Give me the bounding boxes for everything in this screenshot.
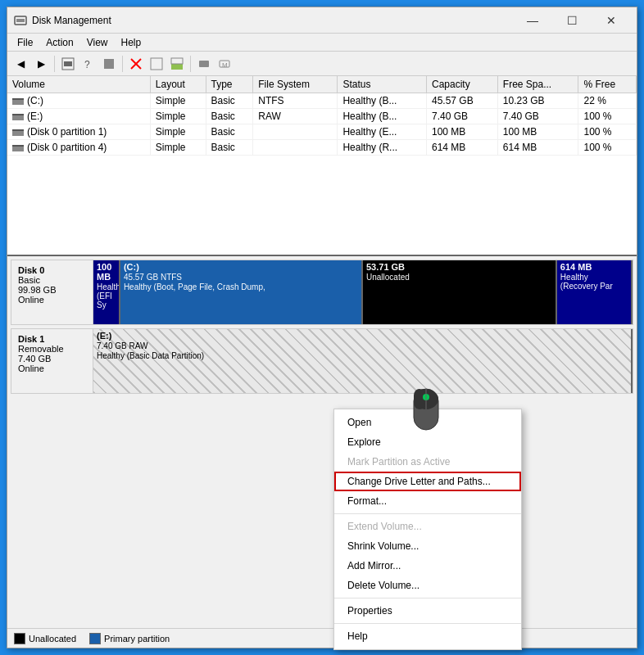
cell-status: Healthy (B... [338,93,427,109]
cell-pctfree: 100 % [578,109,637,124]
partition-info: 45.57 GB NTFS [124,273,358,282]
context-menu-item[interactable]: Properties [334,601,521,621]
toolbar: ◀ ▶ ? M [7,52,637,76]
title-bar: Disk Management — ☐ ✕ [7,7,637,34]
disk-status: Online [18,295,86,305]
col-volume[interactable]: Volume [7,76,150,93]
close-button[interactable]: ✕ [592,8,630,33]
table-row[interactable]: (E:) Simple Basic RAW Healthy (B... 7.40… [7,109,637,124]
svg-rect-8 [151,58,162,70]
table-header-row: Volume Layout Type File System Status Ca… [7,76,637,93]
toolbar-btn-6[interactable] [147,54,166,74]
col-type[interactable]: Type [206,76,253,93]
cell-filesystem [253,124,338,140]
cell-layout: Simple [150,93,206,109]
disk-type: Removable [18,344,86,354]
cell-capacity: 100 MB [427,124,498,140]
cell-filesystem: RAW [253,109,338,124]
partition[interactable]: (E:)7.40 GB RAWHealthy (Basic Data Parti… [93,329,633,393]
cell-layout: Simple [150,124,206,140]
partition[interactable]: 53.71 GBUnallocated [363,260,557,324]
disk-name: Disk 1 [18,334,86,344]
svg-text:M: M [222,61,228,69]
cell-free: 7.40 GB [497,109,578,124]
context-menu-item: Extend Volume... [334,517,521,536]
cell-pctfree: 100 % [578,140,637,156]
svg-rect-9 [171,64,183,70]
window-icon [14,14,27,27]
partition-info: Unallocated [366,273,552,282]
volume-table-area: Volume Layout Type File System Status Ca… [7,76,637,256]
disk-name: Disk 0 [18,265,86,275]
cell-capacity: 7.40 GB [427,109,498,124]
table-row[interactable]: (Disk 0 partition 4) Simple Basic Health… [7,140,637,156]
cell-capacity: 45.57 GB [427,93,498,109]
toolbar-btn-7[interactable] [167,54,187,74]
partition-label: 53.71 GB [366,262,552,272]
disk-type: Basic [18,275,86,285]
minimize-button[interactable]: — [514,8,551,33]
col-filesystem[interactable]: File System [253,76,338,93]
disk-size: 7.40 GB [18,354,86,364]
col-free[interactable]: Free Spa... [497,76,578,93]
context-menu-item[interactable]: Add Mirror... [334,556,521,576]
cell-status: Healthy (R... [338,140,427,156]
legend-primary: Primary partition [89,633,170,644]
cell-status: Healthy (B... [338,109,427,124]
cell-volume: (C:) [7,93,150,109]
toolbar-btn-5[interactable] [99,54,119,74]
partition-info: Healthy (Basic Data Partition) [97,351,628,360]
col-layout[interactable]: Layout [150,76,206,93]
disk-size: 99.98 GB [18,285,86,295]
maximize-button[interactable]: ☐ [553,8,591,33]
partition-label: 100 MB [97,262,116,282]
col-capacity[interactable]: Capacity [427,76,498,93]
legend-unallocated-label: Unallocated [29,634,76,644]
toolbar-btn-9[interactable]: M [215,54,234,74]
disk-partitions: (E:)7.40 GB RAWHealthy (Basic Data Parti… [93,329,633,393]
disk-row: Disk 1 Removable 7.40 GB Online(E:)7.40 … [11,328,633,394]
menu-help[interactable]: Help [115,35,148,50]
toolbar-btn-4[interactable]: ? [79,54,98,74]
disk-status: Online [18,364,86,373]
svg-text:?: ? [84,59,90,70]
menu-view[interactable]: View [80,35,115,50]
disk-row: Disk 0 Basic 99.98 GB Online100 MBHealth… [11,260,633,325]
menu-bar: File Action View Help [7,34,637,52]
disk-visual-area: Disk 0 Basic 99.98 GB Online100 MBHealth… [7,256,637,628]
toolbar-separator-2 [122,56,123,72]
partition-label: (C:) [124,262,358,272]
table-row[interactable]: (C:) Simple Basic NTFS Healthy (B... 45.… [7,93,637,109]
legend: Unallocated Primary partition [7,628,637,648]
legend-primary-box [89,633,101,644]
col-pctfree[interactable]: % Free [578,76,637,93]
cell-volume: (Disk 0 partition 4) [7,140,150,156]
menu-action[interactable]: Action [39,35,79,50]
svg-rect-10 [171,58,183,64]
cell-capacity: 614 MB [427,140,498,156]
table-row[interactable]: (Disk 0 partition 1) Simple Basic Health… [7,124,637,140]
toolbar-btn-8[interactable] [194,54,214,74]
partition[interactable]: 614 MBHealthy (Recovery Par [557,260,633,324]
context-menu-item[interactable]: Change Drive Letter and Paths... [334,472,521,491]
toolbar-btn-delete[interactable] [126,54,146,74]
context-menu-item[interactable]: Format... [334,491,521,511]
forward-button[interactable]: ▶ [31,54,51,74]
cell-type: Basic [206,109,253,124]
cell-layout: Simple [150,140,206,156]
legend-primary-label: Primary partition [104,634,170,644]
back-button[interactable]: ◀ [11,54,30,74]
col-status[interactable]: Status [338,76,427,93]
window-title: Disk Management [32,15,514,26]
context-menu-item[interactable]: Shrink Volume... [334,536,521,556]
context-menu-separator [334,513,521,514]
menu-file[interactable]: File [11,35,39,50]
partition[interactable]: (C:)45.57 GB NTFSHealthy (Boot, Page Fil… [120,260,363,324]
context-menu-item[interactable]: Help [334,626,521,646]
cell-free: 100 MB [497,124,578,140]
cell-status: Healthy (E... [338,124,427,140]
partition[interactable]: 100 MBHealthy (EFI Sy [93,260,120,324]
cell-layout: Simple [150,109,206,124]
toolbar-btn-3[interactable] [58,54,78,74]
context-menu-item[interactable]: Delete Volume... [334,576,521,595]
